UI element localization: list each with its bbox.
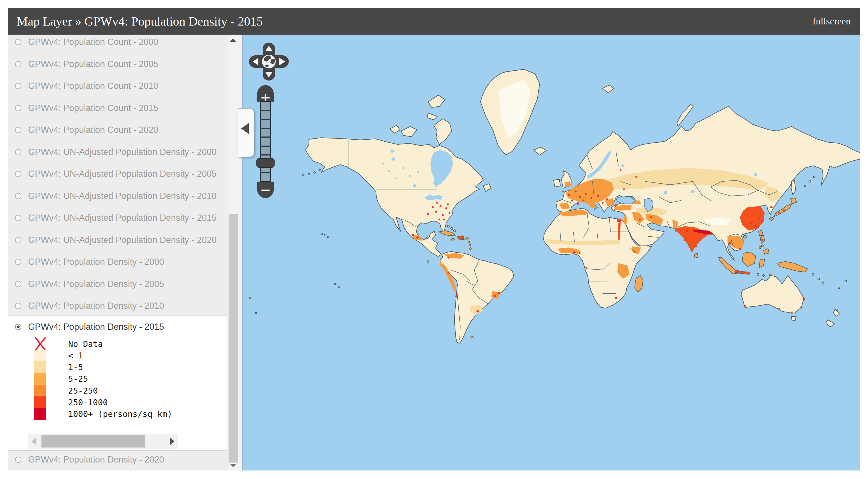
radio-selected-icon[interactable] <box>15 324 21 330</box>
vertical-scrollbar-thumb[interactable] <box>228 214 238 462</box>
radio-icon[interactable] <box>15 193 21 199</box>
radio-icon[interactable] <box>15 171 21 177</box>
layer-option-label: GPWv4: Population Count - 2010 <box>28 81 158 91</box>
layer-option[interactable]: GPWv4: UN-Adjusted Population Density - … <box>8 163 226 185</box>
legend-label: 1-5 <box>68 362 83 372</box>
radio-icon[interactable] <box>15 83 21 89</box>
layer-option-label: GPWv4: Population Count - 2020 <box>28 125 158 135</box>
layer-option-label: GPWv4: Population Density - 2005 <box>28 279 164 289</box>
horizontal-scrollbar-thumb[interactable] <box>41 435 145 447</box>
legend-horizontal-scrollbar[interactable] <box>28 434 178 449</box>
layer-option-label: GPWv4: Population Count - 2015 <box>28 103 158 113</box>
layer-option[interactable]: GPWv4: Population Density - 2000 <box>8 251 226 273</box>
layer-list-scrollbar[interactable] <box>227 35 242 471</box>
map-layer-header: Map Layer » GPWv4: Population Density - … <box>8 8 860 35</box>
layer-option-label: GPWv4: UN-Adjusted Population Density - … <box>28 191 216 201</box>
scroll-right-icon[interactable] <box>170 438 174 445</box>
layer-option-label: GPWv4: Population Count - 2005 <box>28 59 158 69</box>
sidebar-collapse-button[interactable] <box>238 108 254 157</box>
legend-label: No Data <box>68 339 103 349</box>
radio-icon[interactable] <box>15 456 21 463</box>
legend-entry: 25-250 <box>34 385 46 396</box>
layer-option[interactable]: GPWv4: UN-Adjusted Population Density - … <box>8 229 226 251</box>
page-title: Map Layer » GPWv4: Population Density - … <box>17 14 262 29</box>
layer-option[interactable]: GPWv4: UN-Adjusted Population Density - … <box>8 207 226 229</box>
layer-legend: No Data < 11-55-2525-250250-10001000+ (p… <box>34 336 216 449</box>
radio-icon[interactable] <box>15 127 21 133</box>
layer-option[interactable]: GPWv4: Population Count - 2005 <box>8 53 226 75</box>
layer-option-label: GPWv4: Population Density - 2000 <box>28 257 164 267</box>
layer-option[interactable]: GPWv4: UN-Adjusted Population Density - … <box>8 141 226 163</box>
radio-icon[interactable] <box>15 105 21 111</box>
radio-icon[interactable] <box>15 61 21 67</box>
legend-swatch <box>34 350 46 361</box>
layer-option-label: GPWv4: UN-Adjusted Population Density - … <box>28 235 216 245</box>
layer-option[interactable]: GPWv4: Population Count - 2015 <box>8 97 226 119</box>
radio-icon[interactable] <box>15 259 21 265</box>
layer-option[interactable]: GPWv4: Population Density - 2015 <box>8 316 226 338</box>
legend-swatch <box>34 408 46 420</box>
legend-label: 1000+ (persons/sq km) <box>68 409 172 419</box>
layer-option[interactable]: GPWv4: Population Density - 2020 <box>8 449 226 471</box>
legend-swatch <box>34 361 46 373</box>
legend-label: < 1 <box>68 351 83 360</box>
zoom-out-label: − <box>260 182 271 197</box>
layer-option-label: GPWv4: Population Density - 2010 <box>28 301 164 311</box>
legend-entry: < 1 <box>34 350 46 361</box>
layer-option-label: GPWv4: Population Density - 2015 <box>28 322 164 332</box>
layer-option[interactable]: GPWv4: Population Density - 2010 <box>8 295 226 317</box>
radio-icon[interactable] <box>15 281 21 287</box>
radio-icon[interactable] <box>15 237 21 243</box>
layer-option-label: GPWv4: UN-Adjusted Population Density - … <box>28 147 216 157</box>
collapse-left-icon <box>241 123 249 134</box>
legend-swatch <box>34 385 46 397</box>
radio-icon[interactable] <box>15 39 21 45</box>
layer-list: GPWv4: Population Count - 2000GPWv4: Pop… <box>8 35 242 471</box>
radio-icon[interactable] <box>15 149 21 155</box>
layer-option-label: GPWv4: Population Count - 2000 <box>28 37 158 47</box>
legend-entry: 1-5 <box>34 361 46 373</box>
layer-option[interactable]: GPWv4: Population Count - 2010 <box>8 75 226 97</box>
layer-option[interactable]: GPWv4: Population Count - 2000 <box>8 35 226 53</box>
map-viewport[interactable]: + − <box>242 35 860 471</box>
layer-option-label: GPWv4: Population Density - 2020 <box>28 455 164 465</box>
zoom-slider-track[interactable] <box>260 102 271 182</box>
layer-option[interactable]: GPWv4: UN-Adjusted Population Density - … <box>8 185 226 207</box>
zoom-slider-thumb[interactable] <box>257 158 274 167</box>
legend-entry: 5-25 <box>34 373 46 385</box>
legend-entry: 1000+ (persons/sq km) <box>34 408 46 420</box>
world-map-raster[interactable] <box>243 35 860 471</box>
layer-option-label: GPWv4: UN-Adjusted Population Density - … <box>28 213 216 223</box>
map-navigation-control: + − <box>249 42 289 201</box>
scroll-down-icon[interactable] <box>230 464 237 467</box>
page: Map Layer » GPWv4: Population Density - … <box>0 0 868 479</box>
legend-label: 25-250 <box>68 386 98 395</box>
legend-label: 250-1000 <box>68 397 108 407</box>
fullscreen-link[interactable]: fullscreen <box>813 16 851 27</box>
radio-icon[interactable] <box>15 303 21 309</box>
legend-swatch <box>34 396 46 408</box>
layer-option[interactable]: GPWv4: Population Count - 2020 <box>8 119 226 141</box>
layer-option[interactable]: GPWv4: Population Density - 2005 <box>8 273 226 295</box>
legend-swatch <box>34 373 46 385</box>
legend-entry: 250-1000 <box>34 396 46 408</box>
legend-label: 5-25 <box>68 374 88 384</box>
radio-icon[interactable] <box>15 215 21 221</box>
scroll-up-icon[interactable] <box>230 39 237 42</box>
scroll-left-icon[interactable] <box>32 438 36 445</box>
layer-option-label: GPWv4: UN-Adjusted Population Density - … <box>28 169 216 179</box>
